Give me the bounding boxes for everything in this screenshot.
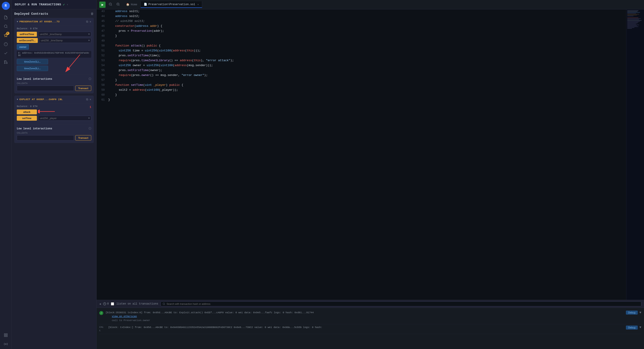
exploit-contract: ▼ EXPLOIT AT 0XEEF...CA8F0 (BL ⧉ ✕ Balan… [14, 96, 94, 143]
tab-close-button[interactable]: ✕ [198, 3, 199, 6]
preservation-low-level-info[interactable]: ⓘ [88, 77, 91, 81]
exploit-low-level-header: Low level interactions ⓘ [17, 127, 91, 130]
set-first-time-dropdown[interactable]: ▼ [88, 33, 90, 35]
svg-point-14 [5, 344, 6, 345]
svg-line-1 [6, 27, 7, 28]
main-area: ▶ 🏠 Home 📄 Preservation\Preservation.sol… [96, 0, 644, 349]
line-content-54: uint256 owner = uint256(uint160(address(… [108, 64, 626, 67]
exploit-calldata-input[interactable] [17, 135, 74, 141]
sidebar-item-test[interactable] [2, 49, 10, 57]
console-content: ✓ [block:3530331 txIndex:0] from: 0x95d.… [96, 308, 644, 349]
set-time-button[interactable]: setTime [17, 116, 37, 121]
preservation-close-button[interactable]: ✕ [90, 20, 91, 23]
line-content-55: pres.setFirstTime(owner); [108, 69, 626, 72]
log-entry-1-content: [block:3530331 txIndex:0] from: 0x95d...… [106, 311, 641, 323]
line-content-43: address solt1; [108, 9, 626, 13]
preservation-calldata-input[interactable] [17, 86, 74, 91]
sidebar-item-files[interactable] [2, 13, 10, 21]
minimap-line [627, 24, 639, 25]
minimap-content [626, 9, 644, 30]
preservation-transact-button[interactable]: Transact [75, 86, 91, 91]
minimap-line [627, 11, 638, 12]
home-tab-label: Home [131, 3, 137, 6]
sidebar: R 2 [0, 0, 12, 349]
code-line-49: 49 [96, 39, 626, 44]
owner-return-value: 0: address: 0x95d1b3b4d63A175DF446 61523… [17, 51, 91, 58]
deploy-panel: DEPLOY & RUN TRANSACTIONS ✓ › Deployed C… [12, 0, 96, 349]
console-search[interactable] [160, 301, 641, 306]
exploit-chevron[interactable]: ▼ [17, 98, 18, 101]
exploit-copy-button[interactable]: ⧉ [86, 98, 88, 101]
line-content-45: // uint256 solt3; [108, 19, 626, 23]
console-expand-button[interactable]: ◀ [99, 302, 101, 306]
preservation-contract: ▼ PRESERVATION AT 0X6E0...73 ⧉ ✕ Balance… [14, 18, 94, 93]
code-line-56: 56 require(pres.owner() == msg.sender, "… [96, 73, 626, 78]
set-first-time-input[interactable] [40, 33, 88, 35]
code-console-wrapper: 43 address solt1; 44 address solt2; 45 /… [96, 9, 644, 349]
minimap-line [627, 23, 638, 23]
log-entry-2-content: [block: txIndex:] from: 0x95d...A9cBE to… [108, 326, 641, 330]
svg-line-20 [111, 5, 112, 5]
log-text-1: [block:3530331 txIndex:0] from: 0x95d...… [106, 311, 624, 315]
console-search-input[interactable] [166, 303, 639, 305]
deploy-expand-arrow[interactable]: › [67, 3, 68, 6]
line-num-49: 49 [96, 39, 108, 42]
timezone1-button[interactable]: timeZone1Li... [17, 59, 48, 64]
sidebar-item-debug[interactable] [2, 40, 10, 48]
set-time-dropdown[interactable]: ▼ [88, 117, 90, 119]
sidebar-item-search[interactable] [2, 22, 10, 30]
set-first-time-input-wrapper: ▼ [38, 32, 91, 37]
code-line-60: 60 } [96, 93, 626, 98]
set-second-time-button[interactable]: setSecondTi... [17, 38, 38, 43]
zoom-in-button[interactable] [116, 1, 121, 7]
tab-home[interactable]: 🏠 Home [123, 1, 141, 7]
sub-log-2: call to Preservation.owner [106, 319, 641, 323]
attack-button[interactable]: attack [17, 109, 37, 114]
timezone2-button[interactable]: timeZone2Li... [17, 66, 48, 71]
deploy-badge: 2 [6, 32, 10, 35]
set-second-time-input[interactable] [41, 39, 88, 42]
code-line-59: 59 solt2 = address(uint160(_player)); [96, 88, 626, 93]
debug-button-2[interactable]: Debug [626, 326, 638, 330]
exploit-close-button[interactable]: ✕ [90, 98, 91, 101]
clear-contracts-button[interactable]: 🗑 [90, 12, 94, 16]
sidebar-item-deploy[interactable]: 2 [2, 31, 10, 39]
sidebar-item-plugins[interactable] [2, 331, 10, 339]
preservation-low-level: Low level interactions ⓘ CALLDATA Transa… [14, 75, 94, 93]
exploit-low-level-title: Low level interactions [17, 127, 52, 130]
owner-button[interactable]: owner [17, 44, 29, 50]
sidebar-item-git[interactable] [2, 58, 10, 66]
preservation-contract-body: Balance: 0 ETH setFirstTime ▼ setSecondT… [14, 25, 94, 74]
set-first-time-button[interactable]: setFirstTime [17, 32, 37, 37]
set-time-input[interactable] [40, 117, 88, 119]
set-second-time-dropdown[interactable]: ▼ [88, 39, 90, 42]
log-dropdown-1[interactable]: ▼ [640, 311, 641, 314]
exploit-low-level-info[interactable]: ⓘ [88, 127, 91, 130]
line-content-47: pres = Preservation(addr); [108, 29, 626, 33]
tab-preservation[interactable]: 📄 Preservation\Preservation.sol ✕ [141, 1, 202, 8]
preservation-copy-button[interactable]: ⧉ [86, 20, 88, 23]
code-editor[interactable]: 43 address solt1; 44 address solt2; 45 /… [96, 9, 626, 300]
line-num-50: 50 [96, 44, 108, 47]
preservation-calldata-label: CALLDATA [17, 82, 91, 85]
minimap-line [627, 26, 638, 27]
red-arrow-2 [38, 108, 56, 115]
listen-checkbox[interactable] [111, 302, 114, 306]
log-dropdown-2[interactable]: ▼ [640, 326, 641, 329]
timezone1-row: timeZone1Li... [17, 59, 91, 64]
svg-point-7 [4, 60, 5, 62]
minimap-line [627, 14, 639, 14]
sidebar-item-settings[interactable] [2, 340, 10, 348]
run-button[interactable]: ▶ [99, 1, 106, 8]
line-num-45: 45 [96, 19, 108, 23]
line-num-43: 43 [96, 9, 108, 13]
code-line-51: 51 uint256 time = uint256(uint160(addres… [96, 49, 626, 54]
preservation-chevron[interactable]: ▼ [17, 20, 18, 23]
debug-button-1[interactable]: Debug [626, 311, 638, 315]
svg-line-23 [119, 5, 120, 5]
exploit-transact-button[interactable]: Transact [75, 135, 91, 141]
minimap-line [627, 16, 634, 16]
zoom-out-button[interactable] [108, 1, 113, 7]
view-etherscan-link[interactable]: view on etherscan [112, 315, 137, 318]
svg-point-6 [6, 62, 8, 64]
